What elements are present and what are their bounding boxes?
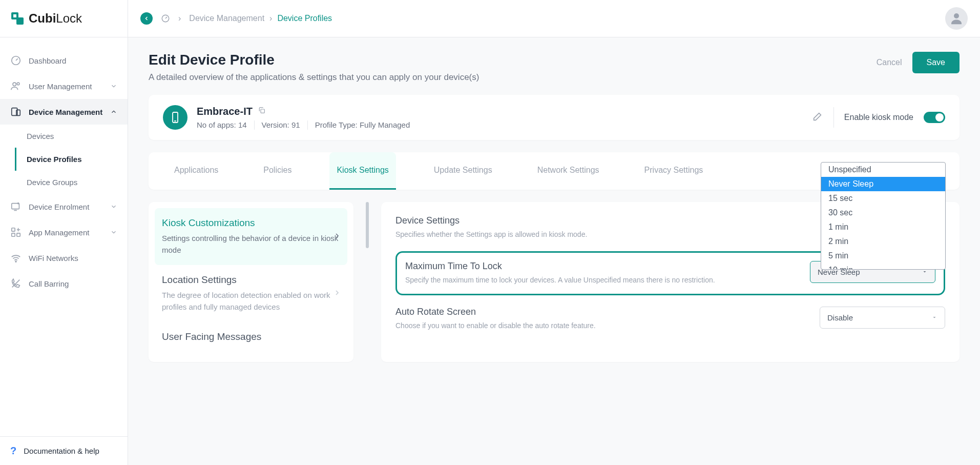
svg-rect-17 (261, 109, 264, 113)
dropdown-option-2min[interactable]: 2 min (821, 234, 945, 249)
sidebar: CubiLock Dashboard User Management Devic… (0, 0, 128, 465)
gauge-icon (161, 14, 170, 23)
divider (307, 120, 308, 130)
section-location-settings[interactable]: Location Settings The degree of location… (155, 265, 347, 322)
sidebar-item-device-management[interactable]: Device Management (0, 99, 128, 125)
section-kiosk-customizations[interactable]: Kiosk Customizations Settings controllin… (155, 208, 347, 265)
dropdown-option-unspecified[interactable]: Unspecified (821, 163, 945, 177)
content: Edit Device Profile A detailed overview … (128, 37, 980, 465)
setting-title: Auto Rotate Screen (395, 307, 809, 317)
chevron-right-icon (333, 289, 341, 299)
sidebar-item-app-management[interactable]: App Management (0, 219, 128, 245)
select-value: Disable (827, 313, 853, 322)
svg-point-4 (13, 83, 16, 86)
header-actions: Cancel Save (877, 52, 960, 73)
section-title: User Facing Messages (162, 331, 340, 342)
max-lock-dropdown: Unspecified Never Sleep 15 sec 30 sec 1 … (821, 162, 946, 270)
sidebar-item-devices[interactable]: Devices (15, 125, 128, 148)
kiosk-toggle[interactable] (924, 112, 945, 123)
logo-icon (10, 11, 25, 26)
dropdown-option-never-sleep[interactable]: Never Sleep (821, 177, 945, 191)
page-title: Edit Device Profile (149, 52, 479, 68)
section-title: Kiosk Customizations (162, 217, 340, 229)
svg-rect-1 (16, 17, 24, 25)
sidebar-item-help[interactable]: ? Documentation & help (0, 437, 128, 465)
profile-type: Profile Type: Fully Managed (315, 120, 410, 129)
topbar: › Device Management › Device Profiles (128, 0, 980, 37)
sidebar-item-device-profiles[interactable]: Device Profiles (15, 148, 128, 171)
sidebar-item-device-groups[interactable]: Device Groups (15, 171, 128, 194)
users-icon (10, 80, 22, 92)
wifi-icon (10, 252, 22, 264)
dropdown-option-5min[interactable]: 5 min (821, 249, 945, 263)
avatar[interactable] (945, 7, 968, 30)
svg-rect-9 (12, 228, 15, 231)
sidebar-item-label: User Management (29, 82, 103, 91)
tab-update-settings[interactable]: Update Settings (427, 152, 499, 190)
tab-network-settings[interactable]: Network Settings (530, 152, 607, 190)
edit-icon[interactable] (812, 111, 823, 124)
settings-row: Kiosk Customizations Settings controllin… (149, 202, 960, 362)
profile-info: Embrace-IT No of apps: 14 Version: 91 Pr… (197, 106, 812, 130)
sidebar-item-label: App Management (29, 228, 103, 237)
breadcrumb: Device Management › Device Profiles (189, 14, 332, 23)
tab-kiosk-settings[interactable]: Kiosk Settings (329, 152, 395, 190)
scrollbar-track (366, 202, 369, 362)
breadcrumb-sep: › (178, 14, 181, 23)
sidebar-item-user-management[interactable]: User Management (0, 73, 128, 99)
sidebar-item-label: WiFi Networks (29, 254, 117, 262)
sidebar-item-wifi-networks[interactable]: WiFi Networks (0, 245, 128, 271)
setting-auto-rotate: Auto Rotate Screen Choose if you want to… (395, 299, 945, 338)
sidebar-item-label: Device Management (29, 108, 103, 116)
monitor-plus-icon (10, 201, 22, 212)
sidebar-item-device-enrolment[interactable]: Device Enrolment (0, 194, 128, 219)
gauge-icon (10, 55, 22, 66)
svg-rect-2 (13, 14, 16, 17)
chevron-down-icon (110, 229, 117, 236)
sidebar-item-label: Device Enrolment (29, 203, 103, 211)
auto-rotate-select[interactable]: Disable (820, 307, 945, 329)
sidebar-item-label: Dashboard (29, 56, 117, 65)
logo-area: CubiLock (0, 0, 128, 37)
tab-policies[interactable]: Policies (256, 152, 299, 190)
help-icon: ? (10, 445, 16, 457)
svg-point-14 (954, 13, 959, 18)
version: Version: 91 (262, 120, 300, 129)
tab-applications[interactable]: Applications (167, 152, 225, 190)
chevron-down-icon (110, 83, 117, 90)
svg-point-5 (17, 83, 19, 85)
divider (833, 107, 834, 128)
sidebar-item-dashboard[interactable]: Dashboard (0, 48, 128, 73)
apps-count: No of apps: 14 (197, 120, 247, 129)
section-user-facing-messages[interactable]: User Facing Messages (155, 322, 347, 356)
dropdown-option-15sec[interactable]: 15 sec (821, 191, 945, 206)
sidebar-item-call-barring[interactable]: Call Barring (0, 271, 128, 296)
topbar-right (945, 7, 968, 30)
scrollbar-thumb[interactable] (366, 202, 369, 248)
settings-sidebar: Kiosk Customizations Settings controllin… (149, 202, 353, 362)
section-title: Location Settings (162, 274, 340, 286)
logo-text: CubiLock (29, 11, 82, 26)
breadcrumb-link[interactable]: Device Management (189, 14, 264, 23)
dropdown-option-30sec[interactable]: 30 sec (821, 206, 945, 220)
setting-title: Maximum Time To Lock (405, 261, 800, 272)
logo[interactable]: CubiLock (10, 11, 82, 26)
sidebar-item-label: Call Barring (29, 279, 117, 288)
phone-off-icon (10, 278, 22, 289)
section-desc: Settings controlling the behavior of a d… (162, 233, 340, 256)
section-desc: The degree of location detection enabled… (162, 290, 340, 313)
page-header: Edit Device Profile A detailed overview … (149, 52, 960, 83)
copy-icon[interactable] (258, 106, 266, 116)
save-button[interactable]: Save (912, 52, 960, 73)
dropdown-option-1min[interactable]: 1 min (821, 220, 945, 234)
setting-desc: Specify the maximum time to lock your de… (405, 275, 800, 286)
back-button[interactable] (140, 12, 153, 25)
dropdown-option-10min[interactable]: 10 min (821, 263, 945, 270)
tab-privacy-settings[interactable]: Privacy Settings (637, 152, 711, 190)
divider (254, 120, 255, 130)
sidebar-item-label: Documentation & help (24, 447, 99, 455)
profile-card: Embrace-IT No of apps: 14 Version: 91 Pr… (149, 95, 960, 140)
caret-down-icon (931, 313, 937, 322)
chevron-right-icon (333, 232, 341, 242)
cancel-button[interactable]: Cancel (877, 58, 902, 67)
